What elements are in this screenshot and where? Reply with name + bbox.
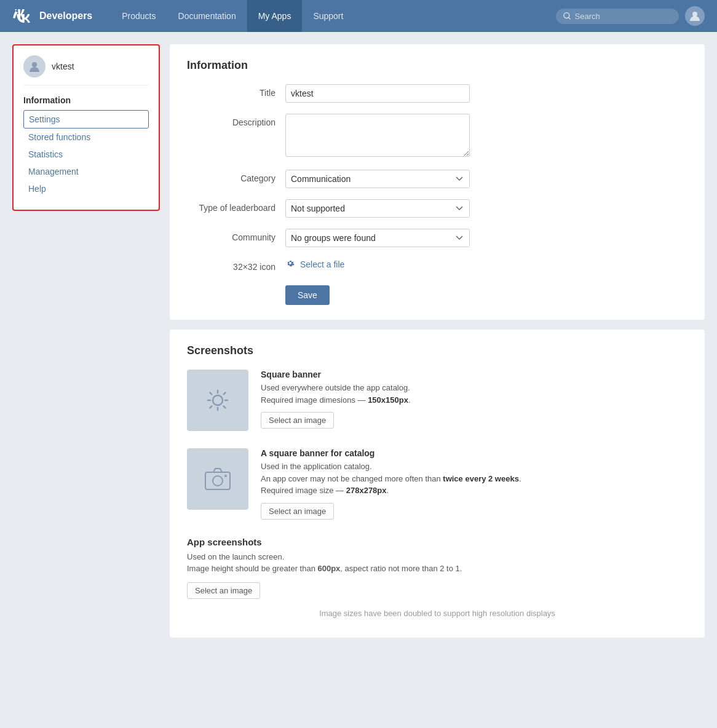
square-banner-desc: Used everywhere outside the app catalog.…: [261, 382, 687, 406]
icon-label: 32×32 icon: [187, 258, 285, 272]
catalog-banner-info: A square banner for catalog Used in the …: [261, 448, 687, 520]
icon-field: Select a file: [285, 258, 470, 271]
footer-note: Image sizes have been doubled to support…: [187, 599, 687, 623]
avatar-icon: [689, 10, 700, 22]
svg-point-2: [692, 12, 697, 17]
title-field: [285, 84, 470, 103]
app-screenshots-line1: Used on the launch screen.: [187, 552, 284, 561]
community-select[interactable]: No groups were found: [285, 229, 470, 247]
square-banner-thumb: [187, 370, 248, 431]
catalog-banner-line3: Required image size —: [261, 486, 346, 495]
catalog-banner-dims: 278x278px: [346, 486, 387, 495]
catalog-banner-line1: Used in the application catalog.: [261, 462, 372, 471]
search-input[interactable]: [575, 12, 671, 21]
camera-thumb-icon: [205, 468, 231, 490]
sidebar-item-stored-functions[interactable]: Stored functions: [23, 129, 149, 146]
gear-icon-svg: [285, 258, 295, 268]
catalog-banner-thumb: [187, 448, 248, 510]
sidebar-username: vktest: [52, 61, 74, 71]
square-banner-info: Square banner Used everywhere outside th…: [261, 370, 687, 429]
sidebar-nav: Information Settings Stored functions St…: [23, 95, 149, 197]
leaderboard-row: Type of leaderboard Not supported Levels…: [187, 199, 687, 218]
sidebar-item-statistics[interactable]: Statistics: [23, 146, 149, 163]
title-row: Title: [187, 84, 687, 103]
sidebar-item-settings[interactable]: Settings: [23, 110, 149, 129]
sidebar-item-management[interactable]: Management: [23, 163, 149, 180]
save-button[interactable]: Save: [285, 285, 330, 305]
square-banner-item: Square banner Used everywhere outside th…: [187, 370, 687, 431]
app-screenshots-bold: 600px: [317, 564, 340, 573]
svg-point-0: [564, 13, 569, 18]
app-screenshots-select-btn[interactable]: Select an image: [187, 582, 260, 599]
community-row: Community No groups were found: [187, 229, 687, 247]
svg-point-6: [213, 476, 223, 486]
header-right: [556, 6, 705, 26]
svg-point-7: [224, 475, 227, 477]
catalog-banner-bold: twice every 2 weeks: [443, 474, 519, 483]
user-icon: [28, 60, 41, 73]
catalog-banner-desc: Used in the application catalog. An app …: [261, 461, 687, 497]
screenshots-title: Screenshots: [187, 344, 687, 357]
leaderboard-label: Type of leaderboard: [187, 199, 285, 213]
app-screenshots-section: App screenshots Used on the launch scree…: [187, 537, 687, 599]
description-label: Description: [187, 114, 285, 127]
description-row: Description: [187, 114, 687, 159]
user-avatar[interactable]: [685, 6, 705, 26]
description-textarea[interactable]: [285, 114, 470, 157]
description-field: [285, 114, 470, 159]
nav-support[interactable]: Support: [302, 0, 354, 32]
icon-row: 32×32 icon Select a file: [187, 258, 687, 272]
catalog-banner-line2: An app cover may not be changed more oft…: [261, 474, 443, 483]
svg-point-3: [32, 62, 37, 67]
category-select[interactable]: Communication Entertainment Utilities Ga…: [285, 170, 470, 188]
square-banner-line1: Used everywhere outside the app catalog.: [261, 383, 410, 392]
square-banner-select-btn[interactable]: Select an image: [261, 412, 334, 429]
vk-logo-icon: [12, 9, 34, 23]
leaderboard-field: Not supported Levels Points: [285, 199, 470, 218]
select-file-link[interactable]: Select a file: [300, 259, 344, 269]
sidebar-item-help[interactable]: Help: [23, 180, 149, 197]
title-label: Title: [187, 84, 285, 98]
app-screenshots-line3: , aspect ratio not more than 2 to 1.: [340, 564, 462, 573]
nav-my-apps[interactable]: My Apps: [247, 0, 303, 32]
save-row: Save: [187, 283, 687, 305]
sidebar-nav-header: Information: [23, 95, 149, 105]
main-nav: Products Documentation My Apps Support: [111, 0, 556, 32]
header: Developers Products Documentation My App…: [0, 0, 717, 32]
information-panel: Information Title Description Category: [170, 44, 705, 320]
file-row: Select a file: [285, 258, 470, 271]
community-field: No groups were found: [285, 229, 470, 247]
sidebar-user: vktest: [23, 55, 149, 85]
square-banner-title: Square banner: [261, 370, 687, 379]
title-input[interactable]: [285, 84, 470, 103]
sidebar: vktest Information Settings Stored funct…: [12, 44, 160, 638]
content: Information Title Description Category: [170, 44, 705, 638]
information-title: Information: [187, 59, 687, 72]
app-screenshots-title: App screenshots: [187, 537, 687, 547]
svg-line-1: [569, 18, 571, 20]
leaderboard-select[interactable]: Not supported Levels Points: [285, 199, 470, 218]
sidebar-avatar-icon: [23, 55, 46, 77]
search-icon: [563, 12, 571, 20]
nav-products[interactable]: Products: [111, 0, 167, 32]
catalog-banner-title: A square banner for catalog: [261, 448, 687, 458]
square-banner-dimensions: 150x150px: [368, 395, 408, 405]
nav-documentation[interactable]: Documentation: [167, 0, 247, 32]
app-screenshots-desc: Used on the launch screen. Image height …: [187, 551, 687, 575]
community-label: Community: [187, 229, 285, 242]
category-row: Category Communication Entertainment Uti…: [187, 170, 687, 188]
main-layout: vktest Information Settings Stored funct…: [0, 32, 717, 650]
gear-icon: [285, 258, 295, 271]
sidebar-card: vktest Information Settings Stored funct…: [12, 44, 160, 211]
logo[interactable]: Developers: [12, 9, 92, 23]
square-banner-line2: Required image dimesions —: [261, 395, 368, 405]
category-label: Category: [187, 170, 285, 183]
catalog-banner-select-btn[interactable]: Select an image: [261, 503, 334, 520]
category-field: Communication Entertainment Utilities Ga…: [285, 170, 470, 188]
logo-text: Developers: [39, 10, 92, 22]
screenshots-panel: Screenshots Square banner Used everywher…: [170, 330, 705, 638]
search-box[interactable]: [556, 9, 679, 24]
app-screenshots-line2: Image height should be greater than: [187, 564, 317, 573]
svg-point-4: [213, 395, 223, 405]
gear-thumb-icon: [205, 388, 230, 413]
